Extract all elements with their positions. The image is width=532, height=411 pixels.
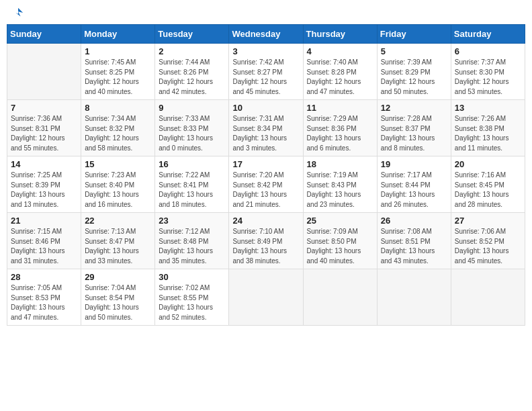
day-number: 22: [85, 216, 151, 226]
calendar-cell: 15Sunrise: 7:23 AM Sunset: 8:40 PM Dayli…: [81, 156, 155, 213]
logo-bird-icon: [12, 7, 24, 19]
day-info: Sunrise: 7:04 AM Sunset: 8:54 PM Dayligh…: [85, 283, 151, 322]
day-number: 19: [381, 159, 447, 169]
day-info: Sunrise: 7:17 AM Sunset: 8:44 PM Dayligh…: [381, 171, 447, 210]
calendar-cell: 1Sunrise: 7:45 AM Sunset: 8:25 PM Daylig…: [81, 44, 155, 100]
day-number: 10: [232, 103, 299, 113]
day-info: Sunrise: 7:10 AM Sunset: 8:49 PM Dayligh…: [232, 227, 299, 266]
day-number: 28: [11, 272, 77, 282]
day-number: 17: [232, 159, 299, 169]
calendar-cell: 8Sunrise: 7:34 AM Sunset: 8:32 PM Daylig…: [81, 100, 155, 156]
day-number: 8: [85, 103, 151, 113]
day-info: Sunrise: 7:22 AM Sunset: 8:41 PM Dayligh…: [159, 171, 225, 210]
day-number: 1: [85, 46, 151, 56]
day-number: 16: [159, 159, 225, 169]
day-number: 12: [381, 103, 447, 113]
day-info: Sunrise: 7:39 AM Sunset: 8:29 PM Dayligh…: [381, 58, 447, 97]
day-info: Sunrise: 7:40 AM Sunset: 8:28 PM Dayligh…: [307, 58, 373, 97]
weekday-header-sunday: Sunday: [7, 25, 81, 44]
calendar-cell: 22Sunrise: 7:13 AM Sunset: 8:47 PM Dayli…: [81, 213, 155, 269]
day-info: Sunrise: 7:34 AM Sunset: 8:32 PM Dayligh…: [85, 114, 151, 153]
weekday-header-friday: Friday: [377, 25, 451, 44]
calendar-week-row: 14Sunrise: 7:25 AM Sunset: 8:39 PM Dayli…: [7, 156, 525, 213]
calendar-cell: [451, 269, 525, 326]
day-info: Sunrise: 7:29 AM Sunset: 8:36 PM Dayligh…: [307, 114, 373, 153]
day-info: Sunrise: 7:08 AM Sunset: 8:51 PM Dayligh…: [381, 227, 447, 266]
page-header: [7, 7, 525, 19]
day-info: Sunrise: 7:15 AM Sunset: 8:46 PM Dayligh…: [11, 227, 77, 266]
day-number: 29: [85, 272, 151, 282]
calendar-cell: 30Sunrise: 7:02 AM Sunset: 8:55 PM Dayli…: [155, 269, 229, 326]
day-number: 27: [455, 216, 521, 226]
day-number: 20: [455, 159, 521, 169]
day-number: 5: [381, 46, 447, 56]
calendar-table: SundayMondayTuesdayWednesdayThursdayFrid…: [7, 24, 525, 326]
calendar-cell: [303, 269, 377, 326]
day-number: 23: [159, 216, 225, 226]
calendar-cell: 29Sunrise: 7:04 AM Sunset: 8:54 PM Dayli…: [81, 269, 155, 326]
calendar-cell: 2Sunrise: 7:44 AM Sunset: 8:26 PM Daylig…: [155, 44, 229, 100]
calendar-cell: 24Sunrise: 7:10 AM Sunset: 8:49 PM Dayli…: [229, 213, 303, 269]
calendar-cell: 16Sunrise: 7:22 AM Sunset: 8:41 PM Dayli…: [155, 156, 229, 213]
day-info: Sunrise: 7:05 AM Sunset: 8:53 PM Dayligh…: [11, 283, 77, 322]
day-info: Sunrise: 7:28 AM Sunset: 8:37 PM Dayligh…: [381, 114, 447, 153]
day-number: 25: [307, 216, 373, 226]
calendar-week-row: 28Sunrise: 7:05 AM Sunset: 8:53 PM Dayli…: [7, 269, 525, 326]
day-number: 24: [232, 216, 299, 226]
day-number: 6: [455, 46, 521, 56]
day-info: Sunrise: 7:26 AM Sunset: 8:38 PM Dayligh…: [455, 114, 521, 153]
day-number: 11: [307, 103, 373, 113]
day-number: 15: [85, 159, 151, 169]
day-info: Sunrise: 7:42 AM Sunset: 8:27 PM Dayligh…: [232, 58, 299, 97]
day-info: Sunrise: 7:44 AM Sunset: 8:26 PM Dayligh…: [159, 58, 225, 97]
day-info: Sunrise: 7:12 AM Sunset: 8:48 PM Dayligh…: [159, 227, 225, 266]
calendar-cell: [229, 269, 303, 326]
day-info: Sunrise: 7:16 AM Sunset: 8:45 PM Dayligh…: [455, 171, 521, 210]
calendar-cell: 19Sunrise: 7:17 AM Sunset: 8:44 PM Dayli…: [377, 156, 451, 213]
calendar-cell: 26Sunrise: 7:08 AM Sunset: 8:51 PM Dayli…: [377, 213, 451, 269]
day-number: 21: [11, 216, 77, 226]
day-number: 18: [307, 159, 373, 169]
logo: [9, 7, 24, 19]
calendar-week-row: 7Sunrise: 7:36 AM Sunset: 8:31 PM Daylig…: [7, 100, 525, 156]
calendar-header-row: SundayMondayTuesdayWednesdayThursdayFrid…: [7, 25, 525, 44]
day-number: 26: [381, 216, 447, 226]
calendar-cell: 17Sunrise: 7:20 AM Sunset: 8:42 PM Dayli…: [229, 156, 303, 213]
day-info: Sunrise: 7:37 AM Sunset: 8:30 PM Dayligh…: [455, 58, 521, 97]
day-info: Sunrise: 7:09 AM Sunset: 8:50 PM Dayligh…: [307, 227, 373, 266]
calendar-cell: 12Sunrise: 7:28 AM Sunset: 8:37 PM Dayli…: [377, 100, 451, 156]
day-info: Sunrise: 7:45 AM Sunset: 8:25 PM Dayligh…: [85, 58, 151, 97]
calendar-cell: 6Sunrise: 7:37 AM Sunset: 8:30 PM Daylig…: [451, 44, 525, 100]
svg-marker-0: [15, 8, 23, 17]
day-info: Sunrise: 7:31 AM Sunset: 8:34 PM Dayligh…: [232, 114, 299, 153]
calendar-cell: 13Sunrise: 7:26 AM Sunset: 8:38 PM Dayli…: [451, 100, 525, 156]
calendar-cell: 5Sunrise: 7:39 AM Sunset: 8:29 PM Daylig…: [377, 44, 451, 100]
weekday-header-monday: Monday: [81, 25, 155, 44]
weekday-header-wednesday: Wednesday: [229, 25, 303, 44]
calendar-cell: 10Sunrise: 7:31 AM Sunset: 8:34 PM Dayli…: [229, 100, 303, 156]
calendar-cell: 11Sunrise: 7:29 AM Sunset: 8:36 PM Dayli…: [303, 100, 377, 156]
calendar-cell: 20Sunrise: 7:16 AM Sunset: 8:45 PM Dayli…: [451, 156, 525, 213]
calendar-cell: [7, 44, 81, 100]
day-number: 4: [307, 46, 373, 56]
day-info: Sunrise: 7:36 AM Sunset: 8:31 PM Dayligh…: [11, 114, 77, 153]
weekday-header-tuesday: Tuesday: [155, 25, 229, 44]
day-number: 7: [11, 103, 77, 113]
calendar-week-row: 1Sunrise: 7:45 AM Sunset: 8:25 PM Daylig…: [7, 44, 525, 100]
day-number: 3: [232, 46, 299, 56]
calendar-cell: 14Sunrise: 7:25 AM Sunset: 8:39 PM Dayli…: [7, 156, 81, 213]
calendar-cell: 4Sunrise: 7:40 AM Sunset: 8:28 PM Daylig…: [303, 44, 377, 100]
calendar-week-row: 21Sunrise: 7:15 AM Sunset: 8:46 PM Dayli…: [7, 213, 525, 269]
weekday-header-saturday: Saturday: [451, 25, 525, 44]
day-info: Sunrise: 7:13 AM Sunset: 8:47 PM Dayligh…: [85, 227, 151, 266]
day-info: Sunrise: 7:25 AM Sunset: 8:39 PM Dayligh…: [11, 171, 77, 210]
calendar-cell: [377, 269, 451, 326]
day-info: Sunrise: 7:33 AM Sunset: 8:33 PM Dayligh…: [159, 114, 225, 153]
day-info: Sunrise: 7:20 AM Sunset: 8:42 PM Dayligh…: [232, 171, 299, 210]
calendar-cell: 27Sunrise: 7:06 AM Sunset: 8:52 PM Dayli…: [451, 213, 525, 269]
calendar-cell: 25Sunrise: 7:09 AM Sunset: 8:50 PM Dayli…: [303, 213, 377, 269]
calendar-cell: 3Sunrise: 7:42 AM Sunset: 8:27 PM Daylig…: [229, 44, 303, 100]
day-number: 2: [159, 46, 225, 56]
day-info: Sunrise: 7:23 AM Sunset: 8:40 PM Dayligh…: [85, 171, 151, 210]
calendar-cell: 21Sunrise: 7:15 AM Sunset: 8:46 PM Dayli…: [7, 213, 81, 269]
